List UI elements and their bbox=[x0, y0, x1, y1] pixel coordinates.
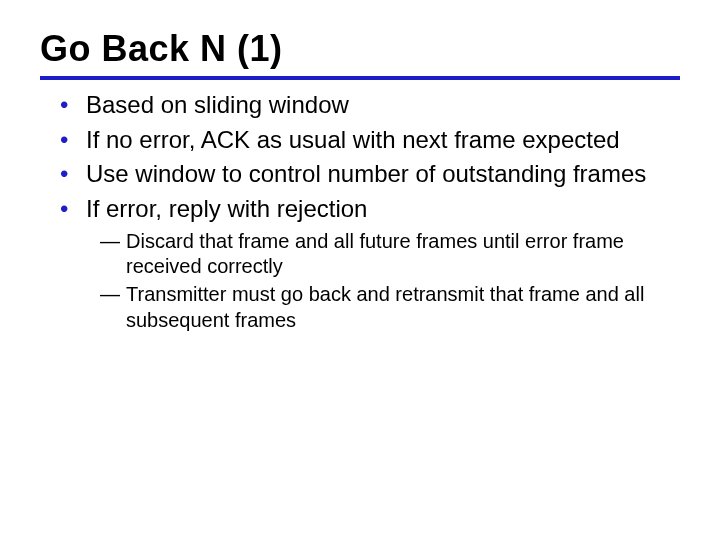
bullet-text: If error, reply with rejection bbox=[86, 195, 367, 222]
slide-title: Go Back N (1) bbox=[40, 28, 680, 70]
bullet-text: Use window to control number of outstand… bbox=[86, 160, 646, 187]
bullet-text: If no error, ACK as usual with next fram… bbox=[86, 126, 620, 153]
bullet-list: Based on sliding window If no error, ACK… bbox=[40, 90, 680, 333]
sub-bullet-text: Transmitter must go back and retransmit … bbox=[126, 283, 644, 331]
sub-bullet-text: Discard that frame and all future frames… bbox=[126, 230, 624, 278]
title-underline bbox=[40, 76, 680, 80]
list-item: If no error, ACK as usual with next fram… bbox=[66, 125, 670, 156]
list-item: Use window to control number of outstand… bbox=[66, 159, 670, 190]
slide: Go Back N (1) Based on sliding window If… bbox=[0, 0, 720, 357]
sub-list: Discard that frame and all future frames… bbox=[86, 229, 670, 333]
list-item: If error, reply with rejection Discard t… bbox=[66, 194, 670, 333]
sub-list-item: Discard that frame and all future frames… bbox=[104, 229, 670, 280]
bullet-text: Based on sliding window bbox=[86, 91, 349, 118]
list-item: Based on sliding window bbox=[66, 90, 670, 121]
sub-list-item: Transmitter must go back and retransmit … bbox=[104, 282, 670, 333]
